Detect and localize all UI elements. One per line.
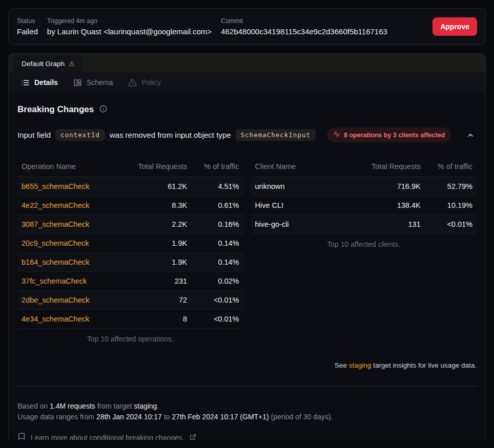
book-icon: [17, 433, 26, 440]
operation-row: 3087_schemaCheck 2.2K 0.16%: [17, 215, 243, 234]
operation-traffic: <0.01%: [191, 310, 243, 329]
client-requests: 131: [359, 215, 425, 234]
operation-traffic: 0.61%: [191, 196, 243, 215]
operation-requests: 8.3K: [126, 196, 191, 215]
operation-row: 4e34_schemaCheck 8 <0.01%: [17, 310, 243, 329]
operation-traffic: 0.14%: [191, 234, 243, 253]
staging-target-link[interactable]: staging: [349, 361, 372, 369]
usage-summary: Based on 1.4M requests from target stagi…: [17, 401, 477, 422]
tab-schema-label: Schema: [87, 78, 113, 87]
operation-traffic: 0.14%: [191, 253, 243, 272]
tab-schema[interactable]: Schema: [73, 78, 113, 87]
operation-row: 2dbe_schemaCheck 72 <0.01%: [17, 291, 243, 310]
operation-link[interactable]: 37fc_schemaCheck: [22, 277, 87, 285]
clients-caption: Top 10 affected clients.: [251, 240, 477, 248]
operation-row: 37fc_schemaCheck 231 0.02%: [17, 272, 243, 291]
panels-icon: [73, 78, 82, 87]
status-label: Status: [17, 17, 38, 25]
client-requests: 138.4K: [359, 196, 425, 215]
client-row: hive-go-cli 131 <0.01%: [251, 215, 477, 234]
operation-traffic: <0.01%: [191, 291, 243, 310]
tab-details[interactable]: Details: [21, 78, 58, 87]
chevron-up-icon[interactable]: [464, 129, 477, 141]
client-name: Hive CLI: [251, 196, 359, 215]
affected-badge-label: 8 operations by 3 clients affected: [344, 132, 445, 139]
check-header: Status Failed Triggered 4m ago by Laurin…: [8, 8, 486, 45]
clients-table-wrap: Client Name Total Requests % of traffic …: [251, 156, 477, 248]
operation-traffic: 0.16%: [191, 215, 243, 234]
commit-label: Commit: [221, 17, 387, 25]
operations-table-wrap: Operation Name Total Requests % of traff…: [17, 156, 243, 343]
based-on-line: Based on 1.4M requests from target stagi…: [17, 401, 477, 412]
clients-table: Client Name Total Requests % of traffic …: [251, 156, 477, 234]
operation-requests: 1.9K: [126, 253, 191, 272]
learn-more-link[interactable]: Learn more about conditional breaking ch…: [17, 433, 477, 440]
operation-row: b655_schemaCheck 61.2K 4.51%: [17, 177, 243, 196]
operation-requests: 231: [126, 272, 191, 291]
operation-link[interactable]: 3087_schemaCheck: [22, 220, 89, 228]
graph-tab-label: Default Graph: [22, 60, 65, 68]
tab-default-graph[interactable]: Default Graph ⚠: [14, 55, 83, 72]
triggered-label: Triggered 4m ago: [47, 17, 212, 25]
operation-requests: 8: [126, 310, 191, 329]
col-pct-traffic: % of traffic: [425, 156, 477, 177]
approve-button[interactable]: Approve: [433, 17, 477, 36]
triggered-block: Triggered 4m ago by Laurin Quast <laurin…: [47, 17, 212, 36]
footer-divider: [17, 386, 477, 387]
learn-more-label: Learn more about conditional breaking ch…: [31, 434, 184, 440]
col-total-requests: Total Requests: [126, 156, 191, 177]
client-requests: 716.9K: [359, 177, 425, 196]
col-client-name: Client Name: [251, 156, 359, 177]
client-name: unknown: [251, 177, 359, 196]
operation-link[interactable]: b164_schemaCheck: [22, 258, 89, 266]
tab-policy[interactable]: Policy: [128, 78, 160, 87]
tab-details-label: Details: [34, 78, 58, 87]
operation-row: 20c9_schemaCheck 1.9K 0.14%: [17, 234, 243, 253]
check-tabs: Details Schema Policy: [9, 72, 485, 93]
commit-block: Commit 462b48000c34198115c34e9c2d3660f5b…: [221, 17, 387, 36]
status-value: Failed: [17, 27, 38, 36]
operation-requests: 1.9K: [126, 234, 191, 253]
client-traffic: 52.79%: [425, 177, 477, 196]
operation-link[interactable]: 4e22_schemaCheck: [22, 201, 89, 209]
insights-note: See staging target insights for live usa…: [17, 361, 477, 369]
affected-operations-badge[interactable]: 8 operations by 3 clients affected: [327, 127, 451, 142]
operation-row: 4e22_schemaCheck 8.3K 0.61%: [17, 196, 243, 215]
warning-triangle-icon: ⚠: [69, 60, 75, 68]
tab-policy-label: Policy: [141, 78, 160, 87]
details-panel: Breaking Changes Input field contextId w…: [9, 93, 485, 440]
alert-triangle-icon: [128, 78, 137, 87]
date-range-line: Usage data ranges from 28th Jan 2024 10:…: [17, 412, 477, 422]
schema-check-card: Default Graph ⚠ Details Schema: [8, 53, 486, 440]
graph-tab-strip: Default Graph ⚠: [9, 54, 485, 72]
insights-note-prefix: See: [335, 361, 349, 369]
client-name: hive-go-cli: [251, 215, 359, 234]
operation-link[interactable]: 4e34_schemaCheck: [22, 315, 89, 323]
operation-link[interactable]: 20c9_schemaCheck: [22, 239, 89, 247]
client-traffic: <0.01%: [425, 215, 477, 234]
list-icon: [21, 78, 30, 87]
operation-traffic: 0.02%: [191, 272, 243, 291]
col-pct-traffic: % of traffic: [191, 156, 243, 177]
operations-caption: Top 10 affected operations.: [17, 335, 243, 343]
client-row: Hive CLI 138.4K 10.19%: [251, 196, 477, 215]
operation-link[interactable]: b655_schemaCheck: [22, 182, 89, 190]
col-operation-name: Operation Name: [17, 156, 126, 177]
breaking-change-row: Input field contextId was removed from i…: [17, 127, 477, 142]
operation-link[interactable]: 2dbe_schemaCheck: [22, 296, 89, 304]
status-block: Status Failed: [17, 17, 38, 36]
insights-note-suffix: target insights for live usage data.: [371, 361, 477, 369]
field-code-pill: contextId: [55, 129, 105, 141]
commit-hash: 462b48000c34198115c34e9c2d3660f5b1167163: [221, 27, 387, 36]
operation-requests: 61.2K: [126, 177, 191, 196]
change-prefix: Input field: [17, 131, 51, 139]
client-traffic: 10.19%: [425, 196, 477, 215]
operation-traffic: 4.51%: [191, 177, 243, 196]
client-row: unknown 716.9K 52.79%: [251, 177, 477, 196]
activity-pulse-icon: [333, 131, 340, 139]
change-middle: was removed from input object type: [110, 131, 231, 139]
triggered-by: by Laurin Quast <laurinquast@googlemail.…: [47, 27, 212, 36]
external-link-icon: [190, 434, 196, 440]
info-circle-icon[interactable]: [99, 105, 107, 115]
operations-table: Operation Name Total Requests % of traff…: [17, 156, 243, 329]
